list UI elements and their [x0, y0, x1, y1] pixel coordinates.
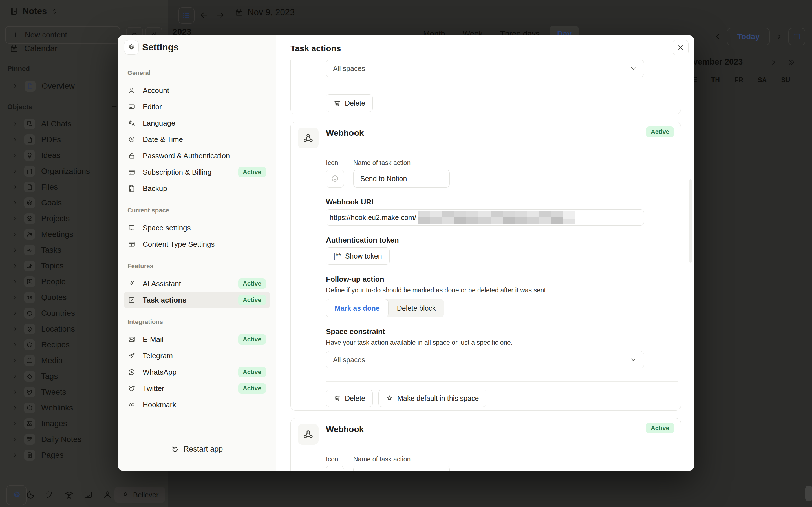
chevron-left-icon[interactable] — [713, 33, 722, 41]
settings-nav-section: Integrations E-Mail Active Telegram — [124, 318, 270, 413]
object-label: Media — [41, 356, 63, 365]
chevron-right-icon[interactable] — [12, 326, 18, 332]
object-label: Daily Notes — [41, 435, 82, 444]
settings-nav-item[interactable]: Content Type Settings — [124, 236, 270, 252]
webhook-tile — [298, 424, 319, 445]
agenda-toggle-button[interactable] — [178, 7, 195, 24]
sidebar-item-calendar[interactable]: Calendar — [10, 41, 57, 56]
side-panel-toggle[interactable] — [788, 28, 805, 45]
chevron-right-icon[interactable] — [12, 83, 18, 90]
settings-nav-item[interactable]: Twitter Active — [124, 380, 270, 397]
settings-nav-item[interactable]: AI Assistant Active — [124, 276, 270, 292]
emoji-picker-button[interactable] — [326, 466, 344, 471]
next-year-button[interactable] — [788, 58, 796, 66]
settings-nav-item[interactable]: Editor — [124, 99, 270, 115]
icon-field-label: Icon — [326, 455, 353, 463]
chevron-right-icon[interactable] — [12, 405, 18, 411]
chevron-right-icon[interactable] — [12, 436, 18, 443]
settings-button[interactable] — [6, 485, 27, 505]
object-label: Recipes — [41, 340, 70, 349]
notes-icon — [10, 7, 18, 15]
chevron-right-icon[interactable] — [12, 200, 18, 206]
chevron-right-icon[interactable] — [775, 33, 783, 41]
show-token-button[interactable]: |** Show token — [326, 247, 390, 265]
plan-badge[interactable]: Believer — [114, 487, 165, 503]
footer-icon-button[interactable] — [103, 490, 112, 499]
nav-item-label: Task actions — [143, 296, 187, 304]
chevron-right-icon[interactable] — [12, 357, 18, 363]
scrollbar-thumb[interactable] — [689, 179, 692, 263]
nav-item-icon — [128, 280, 135, 287]
mark-as-done-option[interactable]: Mark as done — [326, 299, 389, 317]
nav-item-icon — [128, 119, 135, 127]
today-label: Today — [737, 32, 760, 41]
chevron-right-icon[interactable] — [12, 121, 18, 127]
next-month-button[interactable] — [769, 58, 778, 66]
delete-button[interactable]: Delete — [326, 390, 373, 407]
make-default-button[interactable]: Make default in this space — [378, 390, 486, 407]
chevron-right-icon[interactable] — [12, 168, 18, 174]
footer-icon-button[interactable] — [26, 490, 36, 499]
object-label: Goals — [41, 198, 62, 207]
chevron-updown-icon[interactable] — [51, 8, 58, 15]
close-icon — [677, 44, 684, 52]
settings-nav-item[interactable]: WhatsApp Active — [124, 364, 270, 380]
prev-day-button[interactable] — [200, 11, 209, 20]
weekday-header: SU — [774, 74, 797, 86]
chevron-right-icon[interactable] — [12, 452, 18, 458]
footer-icon-button[interactable] — [64, 490, 74, 499]
delete-button[interactable]: Delete — [326, 94, 373, 112]
settings-nav-item[interactable]: E-Mail Active — [124, 331, 270, 348]
chevron-right-icon[interactable] — [12, 420, 18, 427]
next-day-button[interactable] — [216, 11, 225, 20]
settings-nav-item[interactable]: Telegram — [124, 348, 270, 364]
settings-nav-item[interactable]: Space settings — [124, 220, 270, 236]
space-switcher[interactable]: Notes — [10, 6, 58, 16]
chevron-right-icon[interactable] — [12, 231, 18, 237]
add-object-icon[interactable] — [110, 103, 118, 110]
footer-icon-button[interactable] — [45, 490, 55, 499]
webhook-url-input[interactable]: https://hook.eu2.make.com/ — [326, 209, 644, 226]
close-button[interactable] — [673, 40, 689, 55]
settings-nav-item[interactable]: Subscription & Billing Active — [124, 164, 270, 180]
settings-nav-item[interactable]: Hookmark — [124, 397, 270, 413]
emoji-picker-button[interactable] — [326, 170, 344, 187]
footer-icon-button[interactable] — [84, 490, 93, 499]
object-label: Organizations — [41, 167, 90, 176]
today-button[interactable]: Today — [727, 28, 770, 45]
chevron-right-icon[interactable] — [12, 136, 18, 143]
space-constraint-select[interactable]: All spaces — [326, 60, 644, 77]
object-icon — [26, 389, 33, 395]
delete-block-option[interactable]: Delete block — [389, 299, 444, 317]
restart-app-button[interactable]: Restart app — [118, 445, 276, 453]
chevron-right-icon[interactable] — [12, 389, 18, 395]
settings-nav-section: Features AI Assistant Active Task action… — [124, 263, 270, 308]
settings-nav-item[interactable]: Account — [124, 82, 270, 99]
task-action-name-input[interactable]: System Thought — [353, 466, 450, 471]
settings-nav-item[interactable]: Password & Authentication — [124, 148, 270, 164]
task-actions-scroll-area[interactable]: All spaces Delete — [276, 60, 694, 471]
chevron-right-icon[interactable] — [12, 184, 18, 190]
nav-item-icon — [128, 136, 135, 143]
settings-nav-item[interactable]: Backup — [124, 180, 270, 196]
current-date[interactable]: Nov 9, 2023 — [235, 7, 295, 17]
chevron-right-icon[interactable] — [12, 216, 18, 222]
chevron-right-icon[interactable] — [12, 247, 18, 253]
settings-nav-item[interactable]: Language — [124, 115, 270, 131]
chevron-right-icon[interactable] — [12, 373, 18, 379]
task-action-name-input[interactable]: Send to Notion — [353, 170, 450, 187]
nav-item-label: AI Assistant — [143, 279, 181, 288]
settings-nav-item[interactable]: Date & Time — [124, 131, 270, 148]
chevron-right-icon[interactable] — [12, 263, 18, 269]
chevron-right-icon[interactable] — [12, 310, 18, 316]
chevron-right-icon[interactable] — [12, 279, 18, 285]
object-icon — [26, 200, 33, 206]
space-constraint-select[interactable]: All spaces — [326, 351, 644, 369]
chevron-right-icon[interactable] — [12, 294, 18, 300]
webhook-url-value: https://hook.eu2.make.com/ — [329, 214, 416, 222]
chevron-right-icon[interactable] — [12, 342, 18, 348]
nav-item-label: Telegram — [143, 351, 173, 360]
select-value: All spaces — [333, 356, 365, 364]
chevron-right-icon[interactable] — [12, 152, 18, 159]
settings-nav-item[interactable]: Task actions Active — [124, 292, 270, 308]
